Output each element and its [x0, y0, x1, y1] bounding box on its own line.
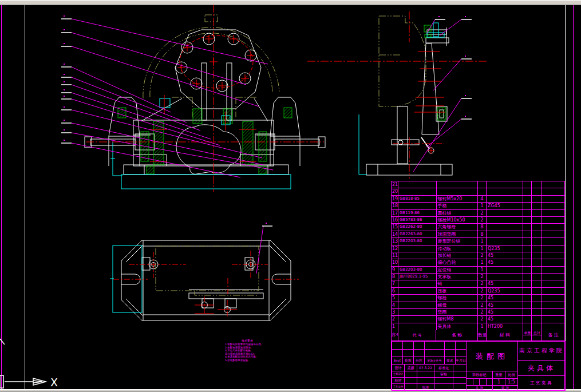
- bom-row: 4螺母245: [392, 302, 564, 309]
- bom-row: 14GB2263-80球面垫圈8: [392, 231, 564, 238]
- notes-line: 5.按装配图要求检验。: [225, 359, 270, 362]
- bom-header-material: 材 料: [487, 330, 524, 341]
- scale-label: 比例: [505, 371, 518, 379]
- count-label: 处数: [402, 357, 414, 365]
- bom-header-remark: 备 注: [542, 330, 564, 341]
- bom-rows: 212019GB818-85螺钉M5x20418手柄1ZG4517GB119-8…: [392, 181, 564, 330]
- bom-header-qty: 数量: [478, 330, 487, 341]
- weight-label: 重量: [492, 371, 505, 379]
- bom-row: 3垫圈245: [392, 309, 564, 316]
- bom-row: 18手柄1ZG45: [392, 203, 564, 209]
- ucs-x-label: X: [50, 376, 58, 389]
- bom-row: 9GB2203-80定位销1: [392, 267, 564, 274]
- front-view: [85, 5, 325, 192]
- part-name: 夹具体: [517, 360, 566, 376]
- bom-row: 16GB5783-86螺栓M10x502: [392, 217, 564, 224]
- parts-list-table: 212019GB818-85螺钉M5x20418手柄1ZG4517GB119-8…: [391, 181, 565, 342]
- date-label: 年月日: [455, 357, 467, 365]
- process-label: 工艺会签: [392, 383, 405, 391]
- bom-row: 17GB119-86圆柱销2: [392, 210, 564, 217]
- bom-header-unit-weight: 单重: [523, 330, 532, 341]
- sheet-no-label: 第 张: [492, 385, 518, 391]
- cad-canvas[interactable]: X 212019GB818-85螺钉M5x20418手柄1ZG4517GB119…: [0, 0, 581, 392]
- bom-row: 12传动板1Q235: [392, 246, 564, 252]
- side-view: [307, 11, 488, 179]
- bom-row: 15GB2262-80六角螺母8: [392, 224, 564, 231]
- bom-row: 2螺钉M8245: [392, 316, 564, 323]
- bom-row: 20: [392, 188, 564, 195]
- technical-notes: 技术要求 1.装配前所有零件均需清洗干净;2.各配合表面涂润滑油;3.定位元件装…: [225, 339, 270, 362]
- bom-header-total-weight: 总计: [532, 330, 542, 341]
- course-name: 工艺夹具: [517, 375, 566, 391]
- bom-header: 序号 代 号 名 称 数量 材 料 单重 总计 备 注: [392, 330, 564, 341]
- bom-row: 11加长销245: [392, 252, 564, 259]
- stage-label: 阶段标记: [466, 371, 493, 379]
- ucs-icon: X: [0, 339, 58, 389]
- zone-label: 分区: [413, 357, 425, 365]
- title-block: 标记 处数 分区 更改文件号 签名 年月日 设计 孟娜 07.3.22 标准化 …: [391, 340, 565, 390]
- bom-header-no: 序号: [392, 330, 398, 341]
- notes-lines: 1.装配前所有零件均需清洗干净;2.各配合表面涂润滑油;3.定位元件装配后检验,…: [225, 343, 270, 362]
- approve-label: 批准: [417, 383, 434, 391]
- bom-row: 13GB2203-80菱形定位销1: [392, 238, 564, 245]
- school-name: 南京工程学院: [517, 341, 566, 361]
- mark-label: 标记: [392, 357, 403, 365]
- sign-label: 签名: [444, 357, 456, 365]
- change-doc-label: 更改文件号: [424, 357, 445, 365]
- leader-lines-left: [61, 15, 273, 177]
- bottom-view: [110, 240, 299, 320]
- bom-row: 5螺栓245: [392, 295, 564, 302]
- bom-row: 19GB818-85螺钉M5x204: [392, 196, 564, 203]
- bom-row: 8JB/T8029.1-95支承板2: [392, 274, 564, 280]
- sheets-label: 共 张: [466, 385, 493, 391]
- notes-title: 技术要求: [225, 339, 270, 342]
- bom-header-code: 代 号: [398, 330, 437, 341]
- drawing-type: 装配图: [466, 341, 518, 371]
- bom-row: 21: [392, 181, 564, 188]
- bom-row: 1夹具体1HT200: [392, 323, 564, 330]
- bom-row: 7销245: [392, 280, 564, 287]
- bom-row: 10偏心凸轮145: [392, 259, 564, 266]
- bom-row: 6压板2Q235: [392, 288, 564, 295]
- bom-header-name: 名 称: [436, 330, 478, 341]
